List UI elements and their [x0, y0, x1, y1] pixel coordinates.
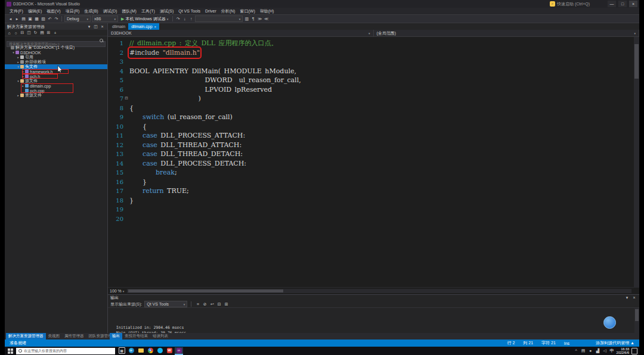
tool-window-tab-0[interactable]: 解决方案资源管理器 [6, 333, 46, 340]
expand-arrow-icon[interactable]: ▸ [21, 70, 25, 73]
expand-arrow-icon[interactable]: ▸ [16, 55, 20, 59]
save-all-icon[interactable]: ▧ [41, 17, 46, 21]
code-line-14[interactable]: 14 case DLL_PROCESS_DETACH: [108, 159, 633, 169]
quick-launch[interactable]: ⌕ 快速启动 (Ctrl+Q) [550, 1, 590, 7]
redo-icon[interactable]: ↷ [54, 17, 59, 21]
close-tab-icon[interactable]: × [154, 25, 157, 29]
comment-icon[interactable]: ¶ [250, 17, 256, 21]
show-all-files-icon[interactable]: ▤ [39, 30, 45, 35]
step-over-icon[interactable]: ↷ [175, 17, 181, 21]
menu-item-5[interactable]: 调试(D) [101, 8, 120, 14]
editor-horizontal-scrollbar[interactable] [127, 289, 631, 293]
toolbar-search-dropdown[interactable]: ▾ [195, 15, 243, 22]
scrollbar-thumb[interactable] [634, 44, 639, 79]
find-in-files-icon[interactable]: ▥ [244, 17, 249, 21]
wps-taskbar-button[interactable]: W [165, 347, 174, 355]
tray-app-icon[interactable]: ▤ [581, 348, 586, 353]
tree-item-framework-h[interactable]: ▸framework.h [5, 69, 107, 74]
expand-arrow-icon[interactable]: ▾ [16, 65, 20, 68]
add-to-source-control-button[interactable]: 添加到源代码管理 ▲ [596, 340, 634, 346]
tree-item-header-files[interactable]: ▾头文件 [5, 64, 107, 69]
code-line-19[interactable]: 19 [108, 205, 633, 214]
breadcrumb-scope-dropdown[interactable]: (全局范围) ▾ [374, 30, 640, 36]
taskbar-search-box[interactable]: 在这里输入你要搜索的内容 [16, 348, 115, 354]
code-line-2[interactable]: 2#include "dllmain.h" [108, 48, 633, 58]
floating-overlay-bubble[interactable] [603, 316, 616, 329]
code-line-5[interactable]: 5 DWORD ul_reason_for_call, [108, 76, 633, 85]
tool-window-tab-1[interactable]: 类视图 [46, 333, 63, 340]
menu-item-7[interactable]: 工具(T) [139, 8, 157, 14]
code-line-9[interactable]: 9 switch (ul_reason_for_call) [108, 113, 633, 122]
configuration-dropdown[interactable]: Debug▾ [64, 15, 91, 22]
start-debugging-button[interactable]: ▶ 本机 Windows 调试器 ▾ [119, 16, 170, 22]
menu-item-1[interactable]: 编辑(E) [26, 8, 44, 14]
home-icon[interactable]: ⌂ [7, 31, 12, 35]
tray-expand-icon[interactable]: ^ [574, 348, 579, 353]
view-code-icon[interactable]: ⊞ [46, 30, 51, 35]
new-file-icon[interactable]: ▤ [21, 17, 26, 21]
expand-arrow-icon[interactable]: ▸ [16, 60, 20, 64]
tab-dllmain[interactable]: dllmain [109, 23, 128, 30]
collapse-icon[interactable]: ⊟ [216, 302, 222, 307]
menu-item-8[interactable]: 测试(S) [157, 8, 176, 14]
open-file-icon[interactable]: ▣ [27, 17, 33, 21]
tree-item-pch-h[interactable]: ▸pch.h [5, 74, 107, 79]
find-message-icon[interactable]: ≡ [195, 302, 200, 307]
action-center-icon[interactable] [631, 348, 637, 354]
window-position-icon[interactable]: ▾ [624, 295, 630, 300]
code-line-16[interactable]: 16 } [108, 178, 633, 187]
pin-icon[interactable]: ◫ [93, 24, 98, 29]
menu-item-10[interactable]: Driver [203, 9, 219, 13]
expand-arrow-icon[interactable]: ▸ [21, 84, 25, 88]
code-line-3[interactable]: 3 [108, 57, 633, 67]
network-icon[interactable]: ▟ [595, 348, 600, 353]
step-into-icon[interactable]: ↓ [182, 17, 187, 21]
task-view-taskbar-button[interactable]: ▦ [117, 347, 126, 355]
scrollbar-thumb[interactable] [128, 289, 283, 292]
expand-icon[interactable]: ⊞ [224, 302, 229, 307]
tab-dllmain-cpp[interactable]: dllmain.cpp × [128, 23, 159, 30]
breadcrumb-project-dropdown[interactable]: D3DHOOK ▾ [108, 30, 374, 36]
tool-window-tab-2[interactable]: 属性管理器 [62, 333, 86, 340]
refresh-icon[interactable]: ↻ [33, 30, 38, 35]
menu-item-2[interactable]: 视图(V) [44, 8, 63, 14]
close-panel-icon[interactable]: × [631, 295, 637, 300]
close-panel-icon[interactable]: × [100, 24, 105, 29]
output-window-tab-0[interactable]: 输出 [110, 333, 122, 340]
code-line-4[interactable]: 4BOOL APIENTRY DllMain( HMODULE hModule, [108, 67, 633, 76]
output-source-dropdown[interactable]: Qt VS Tools ▾ [144, 301, 187, 307]
tray-app2-icon[interactable]: ● [588, 348, 593, 353]
menu-item-9[interactable]: Qt VS Tools [176, 9, 203, 13]
output-window-tab-2[interactable]: 错误列表 [150, 333, 171, 340]
minimize-button[interactable]: — [608, 1, 616, 7]
add-item-icon[interactable]: + [52, 31, 58, 35]
clear-all-icon[interactable]: ⊘ [202, 302, 208, 307]
scrollbar-thumb[interactable] [635, 309, 639, 321]
collapse-all-icon[interactable]: ⊟ [20, 30, 25, 35]
code-editor[interactable]: 1// dllmain.cpp : 定义 DLL 应用程序的入口点。2#incl… [108, 37, 639, 287]
expand-arrow-icon[interactable]: ▸ [21, 74, 25, 78]
code-line-12[interactable]: 12 case DLL_THREAD_ATTACH: [108, 141, 633, 150]
menu-item-12[interactable]: 窗口(W) [237, 8, 257, 14]
tree-item-dllmain-cpp[interactable]: ▸dllmain.cpp [5, 83, 107, 88]
back-icon[interactable]: ◂ [8, 17, 13, 21]
menu-item-13[interactable]: 帮助(H) [258, 8, 277, 14]
undo-icon[interactable]: ↶ [47, 17, 52, 21]
window-position-icon[interactable]: ▾ [86, 24, 92, 29]
tree-item-solution[interactable]: 解决方案"D3DHOOK"(1 个项目) [5, 45, 107, 50]
file-explorer-taskbar-button[interactable] [137, 347, 145, 355]
code-line-20[interactable]: 20 [108, 214, 633, 224]
step-out-icon[interactable]: ↑ [188, 17, 194, 21]
expand-arrow-icon[interactable]: ▸ [16, 94, 20, 97]
code-line-15[interactable]: 15 break; [108, 168, 633, 178]
output-window-tab-1[interactable]: 查找符号结果 [122, 333, 150, 340]
volume-icon[interactable]: ◁ [602, 348, 608, 353]
menu-item-0[interactable]: 文件(F) [7, 8, 26, 14]
pending-changes-icon[interactable]: ○ [13, 31, 18, 35]
qq-taskbar-button[interactable] [156, 347, 164, 355]
forward-icon[interactable]: ▸ [14, 17, 20, 21]
properties-icon[interactable]: ◫ [26, 30, 32, 35]
code-line-8[interactable]: 8{ [108, 104, 633, 113]
tree-item-resource-files[interactable]: ▸资源文件 [5, 93, 107, 98]
tree-item-references[interactable]: ▸引用 [5, 55, 107, 60]
